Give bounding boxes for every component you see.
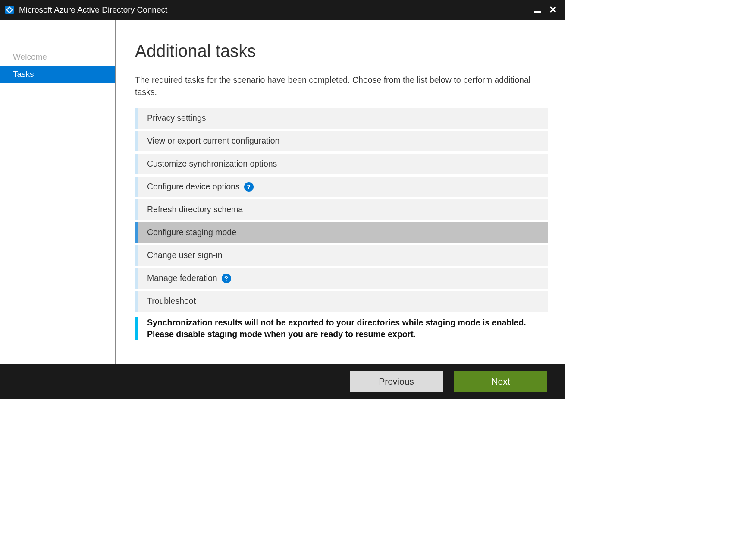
- sidebar-item-label: Tasks: [13, 69, 34, 79]
- task-accent: [135, 154, 138, 174]
- task-label: Privacy settings: [147, 113, 206, 123]
- task-accent: [135, 177, 138, 197]
- titlebar-controls: ✕: [534, 5, 561, 15]
- task-label: Configure device options: [147, 182, 240, 192]
- task-item-configure-device[interactable]: Configure device options ?: [135, 177, 548, 197]
- previous-button[interactable]: Previous: [350, 371, 443, 392]
- page-title: Additional tasks: [135, 41, 548, 61]
- sidebar-item-tasks[interactable]: Tasks: [0, 66, 115, 83]
- task-accent: [135, 268, 138, 289]
- task-item-view-export-config[interactable]: View or export current configuration: [135, 131, 548, 151]
- info-banner-text: Synchronization results will not be expo…: [147, 317, 548, 341]
- minimize-icon[interactable]: [534, 11, 541, 13]
- footer: Previous Next: [0, 364, 565, 399]
- task-label: Change user sign-in: [147, 250, 223, 260]
- task-accent: [135, 222, 138, 243]
- task-accent: [135, 245, 138, 266]
- task-list: Privacy settings View or export current …: [135, 108, 548, 312]
- task-item-troubleshoot[interactable]: Troubleshoot: [135, 291, 548, 312]
- help-icon[interactable]: ?: [244, 182, 254, 192]
- task-label: Refresh directory schema: [147, 205, 243, 214]
- task-item-customize-sync[interactable]: Customize synchronization options: [135, 154, 548, 174]
- task-label: Customize synchronization options: [147, 159, 277, 169]
- task-item-refresh-schema[interactable]: Refresh directory schema: [135, 199, 548, 220]
- task-accent: [135, 291, 138, 312]
- task-label: View or export current configuration: [147, 136, 279, 146]
- task-label: Configure staging mode: [147, 227, 236, 237]
- info-banner: Synchronization results will not be expo…: [135, 317, 548, 341]
- sidebar-item-label: Welcome: [13, 52, 47, 61]
- titlebar-title: Microsoft Azure Active Directory Connect: [19, 5, 534, 15]
- body-area: Welcome Tasks Additional tasks The requi…: [0, 20, 565, 364]
- task-accent: [135, 131, 138, 151]
- page-description: The required tasks for the scenario have…: [135, 74, 548, 98]
- info-accent: [135, 317, 138, 341]
- task-item-configure-staging[interactable]: Configure staging mode: [135, 222, 548, 243]
- task-label: Troubleshoot: [147, 296, 196, 306]
- sidebar: Welcome Tasks: [0, 20, 116, 364]
- sidebar-item-welcome: Welcome: [0, 48, 115, 66]
- task-item-change-signin[interactable]: Change user sign-in: [135, 245, 548, 266]
- task-accent: [135, 108, 138, 129]
- task-accent: [135, 199, 138, 220]
- task-item-manage-federation[interactable]: Manage federation ?: [135, 268, 548, 289]
- task-item-privacy-settings[interactable]: Privacy settings: [135, 108, 548, 129]
- titlebar: Microsoft Azure Active Directory Connect…: [0, 0, 565, 20]
- next-button[interactable]: Next: [454, 371, 547, 392]
- help-icon[interactable]: ?: [222, 274, 231, 283]
- azure-icon: [4, 5, 15, 15]
- task-label: Manage federation: [147, 273, 217, 283]
- app-window: Microsoft Azure Active Directory Connect…: [0, 0, 565, 399]
- close-icon[interactable]: ✕: [549, 5, 557, 15]
- content: Additional tasks The required tasks for …: [116, 20, 565, 364]
